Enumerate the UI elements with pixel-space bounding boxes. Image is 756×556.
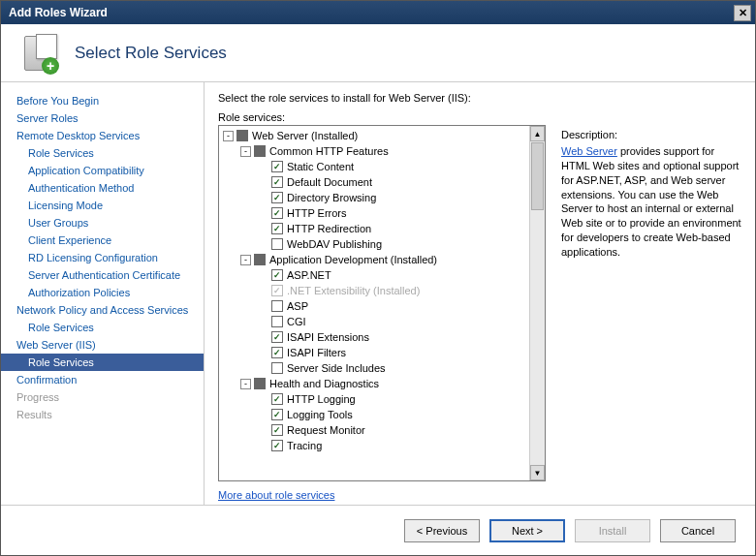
description-link[interactable]: Web Server — [561, 145, 617, 157]
checkbox[interactable] — [271, 347, 283, 358]
intro-text: Select the role services to install for … — [218, 92, 741, 104]
sidebar-step[interactable]: Confirmation — [1, 371, 204, 388]
sidebar-step[interactable]: Role Services — [1, 144, 204, 162]
next-button[interactable]: Next > — [489, 519, 565, 542]
checkbox[interactable] — [271, 316, 283, 327]
wizard-footer: < Previous Next > Install Cancel — [1, 505, 755, 555]
checkbox[interactable] — [271, 393, 283, 405]
tree-item-label: Request Monitor — [287, 424, 365, 436]
tree-row[interactable]: Request Monitor — [219, 422, 545, 438]
install-button: Install — [575, 519, 650, 542]
tree-item-label: Tracing — [287, 440, 322, 451]
tree-row[interactable]: ASP.NET — [219, 267, 545, 283]
sidebar-step: Progress — [1, 388, 204, 406]
checkbox[interactable] — [271, 161, 283, 172]
sidebar-step[interactable]: Before You Begin — [1, 92, 204, 109]
checkbox[interactable] — [271, 424, 283, 436]
sidebar-step[interactable]: Network Policy and Access Services — [1, 301, 204, 319]
checkbox[interactable] — [236, 130, 248, 141]
tree-item-label: Health and Diagnostics — [269, 378, 379, 389]
checkbox[interactable] — [271, 192, 283, 203]
cancel-button[interactable]: Cancel — [660, 519, 736, 542]
sidebar-step[interactable]: User Groups — [1, 214, 204, 232]
tree-row[interactable]: -Application Development (Installed) — [219, 252, 545, 267]
tree-row[interactable]: Tracing — [219, 438, 545, 453]
tree-row[interactable]: WebDAV Publishing — [219, 236, 545, 252]
tree-item-label: Application Development (Installed) — [269, 254, 437, 265]
tree-item-label: Common HTTP Features — [269, 145, 389, 157]
tree-row[interactable]: CGI — [219, 314, 545, 329]
checkbox[interactable] — [271, 440, 283, 451]
sidebar-step: Results — [1, 406, 204, 423]
checkbox[interactable] — [254, 145, 266, 157]
tree-item-label: Default Document — [287, 176, 372, 188]
tree-item-label: Static Content — [287, 161, 354, 172]
checkbox[interactable] — [271, 223, 283, 234]
checkbox — [271, 285, 283, 296]
scroll-down-button[interactable]: ▼ — [530, 465, 545, 480]
sidebar-step[interactable]: Client Experience — [1, 232, 204, 249]
collapse-toggle-icon[interactable]: - — [223, 131, 234, 141]
collapse-toggle-icon[interactable]: - — [240, 146, 251, 157]
checkbox[interactable] — [271, 409, 283, 420]
checkbox[interactable] — [271, 269, 283, 281]
sidebar-step[interactable]: Authorization Policies — [1, 284, 204, 301]
sidebar-step[interactable]: Role Services — [1, 354, 204, 371]
tree-row[interactable]: Static Content — [219, 159, 545, 174]
sidebar-step[interactable]: Licensing Mode — [1, 197, 204, 214]
titlebar: Add Roles Wizard ✕ — [1, 1, 755, 24]
tree-row[interactable]: Logging Tools — [219, 407, 545, 422]
checkbox[interactable] — [271, 207, 283, 219]
tree-item-label: ISAPI Extensions — [287, 331, 369, 343]
description-body: provides support for HTML Web sites and … — [561, 145, 741, 258]
tree-row[interactable]: Directory Browsing — [219, 190, 545, 205]
tree-row[interactable]: -Web Server (Installed) — [219, 128, 545, 143]
tree-row[interactable]: ASP — [219, 298, 545, 314]
checkbox[interactable] — [271, 176, 283, 188]
wizard-steps-sidebar: Before You BeginServer RolesRemote Deskt… — [1, 82, 205, 505]
scrollbar[interactable]: ▲ ▼ — [529, 126, 545, 480]
collapse-toggle-icon[interactable]: - — [240, 379, 251, 389]
checkbox[interactable] — [254, 378, 266, 389]
role-services-tree[interactable]: -Web Server (Installed)-Common HTTP Feat… — [218, 125, 546, 481]
checkbox[interactable] — [271, 331, 283, 343]
checkbox[interactable] — [271, 362, 283, 374]
sidebar-step[interactable]: Application Compatibility — [1, 162, 204, 179]
role-services-label: Role services: — [218, 111, 546, 123]
tree-row[interactable]: ISAPI Filters — [219, 345, 545, 360]
tree-row[interactable]: -Common HTTP Features — [219, 143, 545, 159]
checkbox[interactable] — [271, 238, 283, 250]
sidebar-step[interactable]: RD Licensing Configuration — [1, 249, 204, 266]
sidebar-step[interactable]: Remote Desktop Services — [1, 127, 204, 144]
tree-item-label: HTTP Redirection — [287, 223, 371, 234]
tree-row[interactable]: HTTP Logging — [219, 391, 545, 407]
wizard-header: + Select Role Services — [1, 24, 755, 82]
tree-item-label: HTTP Logging — [287, 393, 356, 405]
tree-row[interactable]: .NET Extensibility (Installed) — [219, 283, 545, 298]
tree-item-label: ASP.NET — [287, 269, 331, 281]
previous-button[interactable]: < Previous — [404, 519, 480, 542]
close-icon[interactable]: ✕ — [734, 5, 751, 21]
scroll-thumb[interactable] — [531, 142, 544, 210]
scroll-up-button[interactable]: ▲ — [530, 126, 545, 141]
tree-row[interactable]: ISAPI Extensions — [219, 329, 545, 345]
tree-item-label: Server Side Includes — [287, 362, 386, 374]
tree-row[interactable]: -Health and Diagnostics — [219, 376, 545, 391]
sidebar-step[interactable]: Server Authentication Certificate — [1, 266, 204, 284]
tree-row[interactable]: Server Side Includes — [219, 360, 545, 376]
sidebar-step[interactable]: Authentication Method — [1, 179, 204, 197]
checkbox[interactable] — [254, 254, 266, 265]
sidebar-step[interactable]: Role Services — [1, 319, 204, 336]
sidebar-step[interactable]: Web Server (IIS) — [1, 336, 204, 354]
checkbox[interactable] — [271, 300, 283, 312]
tree-item-label: WebDAV Publishing — [287, 238, 382, 250]
more-about-link[interactable]: More about role services — [218, 489, 546, 501]
tree-row[interactable]: HTTP Redirection — [219, 221, 545, 236]
description-text: Web Server provides support for HTML Web… — [561, 144, 741, 260]
tree-item-label: CGI — [287, 316, 306, 327]
tree-item-label: HTTP Errors — [287, 207, 347, 219]
tree-row[interactable]: HTTP Errors — [219, 205, 545, 221]
collapse-toggle-icon[interactable]: - — [240, 255, 251, 265]
tree-row[interactable]: Default Document — [219, 174, 545, 190]
sidebar-step[interactable]: Server Roles — [1, 109, 204, 127]
